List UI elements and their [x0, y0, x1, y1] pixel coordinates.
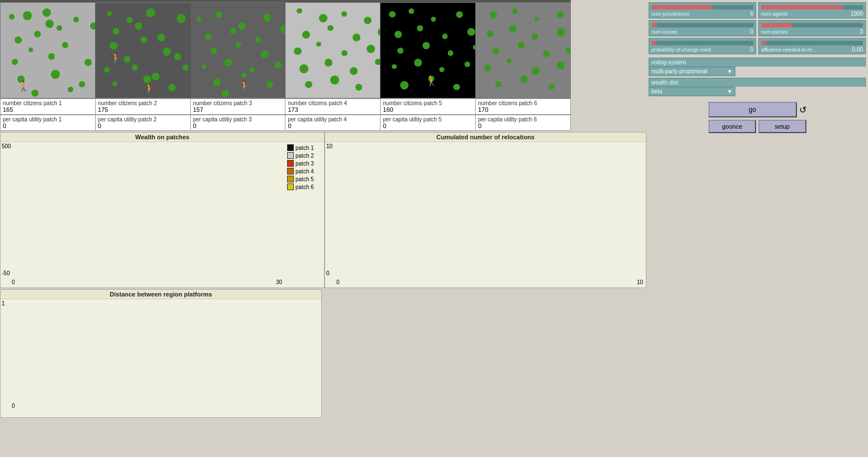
go-refresh-icon[interactable]: ↺ — [799, 105, 806, 115]
slider-row-3: probability-of-change-mind0affluence-nee… — [649, 38, 866, 54]
dropdowns-container: voting-systemmulti-party-proporional▼wea… — [649, 58, 866, 98]
slider-row-1: num-jurisdictions6num-agents1000 — [649, 2, 866, 18]
person-icon: 🚶 — [568, 81, 570, 91]
wealth-chart-svg — [1, 142, 285, 288]
agent-dot — [557, 28, 565, 36]
agent-dot — [375, 59, 381, 65]
legend-color-1 — [287, 144, 294, 151]
setup-button[interactable]: setup — [758, 120, 806, 133]
legend-label-2: patch 2 — [295, 153, 314, 159]
main-layout: 🚶🚶🚶🚶🚶🚶🚶 number citizens patch 1165number… — [0, 0, 868, 418]
agent-dot — [327, 25, 333, 31]
agent-dot — [238, 22, 246, 30]
agent-dot — [548, 84, 554, 89]
agent-dot — [395, 31, 402, 38]
relocation-chart-title: Cumulated number of relocations — [325, 133, 646, 142]
agent-dot — [484, 64, 491, 71]
agent-dot — [255, 36, 261, 43]
slider-value-num-agents: 1000 — [851, 11, 863, 17]
agent-dot — [79, 81, 85, 87]
legend-label-5: patch 5 — [295, 176, 314, 182]
wealth-y-min: -50 — [2, 270, 10, 276]
slider-track-num-jurisdictions[interactable] — [651, 5, 753, 10]
agent-dot — [210, 48, 217, 54]
agent-dot — [467, 28, 475, 36]
per-capita-cell-4: per capita utility patch 40 — [285, 115, 381, 130]
agent-dot — [490, 11, 497, 18]
bottom-charts-row: Distance between region platforms 1 0 — [0, 289, 646, 418]
agent-dot — [163, 48, 171, 56]
agent-dot — [448, 50, 453, 56]
slider-fill-num-issues — [651, 23, 656, 27]
relocation-chart-panel: Cumulated number of relocations 10 0 0 1… — [325, 132, 646, 288]
agent-dot — [506, 59, 511, 63]
nc-value-6: 170 — [478, 106, 568, 113]
nc-label-3: number citizens patch 3 — [193, 100, 283, 106]
slider-track-num-parties[interactable] — [761, 23, 863, 27]
number-citizens-cell-4: number citizens patch 4173 — [285, 99, 381, 114]
slider-widget-num-parties: num-parties3 — [758, 20, 866, 36]
agent-dot — [397, 48, 403, 54]
legend-label-1: patch 1 — [295, 145, 314, 151]
agent-dot — [202, 64, 207, 69]
slider-value-num-jurisdictions: 6 — [750, 11, 753, 17]
slider-track-num-issues[interactable] — [651, 23, 753, 27]
dropdown-arrow-wealth-dist: ▼ — [727, 88, 733, 95]
slider-track-num-agents[interactable] — [761, 5, 863, 10]
agent-dot — [456, 11, 463, 18]
legend-label-6: patch 6 — [295, 184, 314, 190]
agent-dot — [34, 31, 41, 37]
agent-dot — [487, 31, 493, 37]
relocation-chart-svg — [325, 142, 646, 288]
slider-name-probability-of-change-mind: probability-of-change-mind — [651, 47, 711, 53]
pc-value-1: 0 — [3, 123, 93, 129]
distance-x-min: 0 — [12, 403, 15, 409]
go-button[interactable]: go — [709, 102, 797, 117]
svg-rect-1 — [325, 142, 646, 288]
person-icon: 🚶 — [17, 81, 30, 91]
agent-dot — [367, 45, 375, 53]
person-icon: 🚶 — [143, 84, 156, 94]
per-capita-cell-2: per capita utility patch 20 — [96, 115, 191, 130]
agent-dot — [57, 25, 62, 31]
agent-dot — [112, 81, 118, 86]
agent-dot — [152, 73, 159, 81]
agent-dot — [107, 11, 112, 16]
agent-dot — [350, 67, 358, 75]
agent-dot — [45, 20, 54, 28]
number-citizens-row: number citizens patch 1165number citizen… — [0, 98, 571, 115]
agent-dot — [143, 76, 151, 83]
agent-dot — [442, 34, 448, 39]
goonce-button[interactable]: goonce — [709, 120, 757, 133]
agent-dot — [23, 11, 32, 20]
slider-track-affluence-needed-to-m...[interactable] — [761, 41, 863, 45]
nc-value-5: 160 — [383, 106, 473, 113]
agent-dot — [68, 87, 73, 92]
svg-rect-2 — [1, 299, 321, 411]
sim-panel-1: 🚶 — [1, 3, 96, 98]
number-citizens-cell-5: number citizens patch 5160 — [381, 99, 476, 114]
agent-dot — [280, 25, 286, 34]
dropdown-select-wealth-dist[interactable]: beta▼ — [649, 87, 735, 96]
pc-value-2: 0 — [98, 123, 188, 129]
agent-dot — [534, 17, 539, 21]
agent-dot — [266, 81, 273, 88]
dropdown-select-voting-system[interactable]: multi-party-proporional▼ — [649, 67, 735, 76]
slider-track-probability-of-change-mind[interactable] — [651, 41, 753, 45]
agent-dot — [453, 84, 459, 90]
agent-dot — [400, 81, 409, 89]
sliders-container: num-jurisdictions6num-agents1000num-issu… — [649, 2, 866, 56]
agent-dot — [520, 76, 528, 83]
agent-dot — [174, 53, 181, 60]
nc-value-3: 157 — [193, 106, 283, 113]
number-citizens-cell-1: number citizens patch 1165 — [1, 99, 96, 114]
slider-widget-num-jurisdictions: num-jurisdictions6 — [649, 2, 756, 18]
agent-dot — [261, 50, 269, 58]
slider-fill-affluence-needed-to-m... — [761, 41, 766, 45]
sim-panel-5: 🚶🚶 — [381, 3, 476, 98]
relocation-x-min: 0 — [336, 279, 340, 285]
agent-dot — [423, 42, 430, 49]
pc-label-1: per capita utility patch 1 — [3, 116, 93, 123]
agent-dot — [112, 28, 119, 35]
agent-dot — [110, 42, 118, 50]
